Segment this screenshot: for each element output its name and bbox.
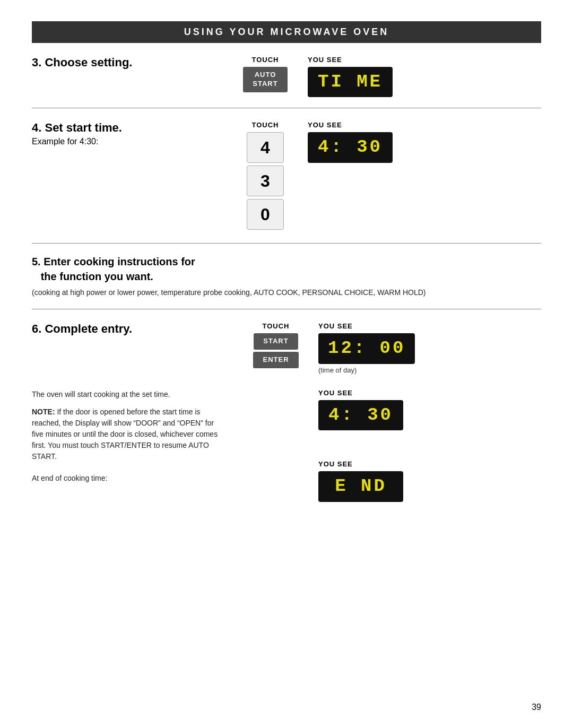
step6-note2: NOTE: If the door is opened before the s…	[32, 406, 223, 462]
step4-subtitle: Example for 4:30:	[32, 137, 212, 146]
step4-yousee-label: YOU SEE	[308, 121, 342, 129]
section-step5: 5. Enter cooking instructions for the fu…	[32, 244, 541, 309]
step6-note2-bold: NOTE:	[32, 408, 55, 416]
step6-yousee-row2: YOU SEE 4: 30	[318, 389, 403, 430]
step6-yousee-row3: YOU SEE E ND	[318, 460, 403, 501]
step3-title: 3. Choose setting.	[32, 56, 212, 70]
step4-right: YOU SEE 4: 30	[308, 121, 541, 162]
step6-notes: The oven will start cooking at the set t…	[32, 389, 223, 484]
page-header: USING YOUR MICROWAVE OVEN	[32, 21, 541, 43]
step6-touch-label: TOUCH	[263, 322, 290, 330]
step3-left: 3. Choose setting.	[32, 56, 223, 72]
step6-left: 6. Complete entry. The oven will start c…	[32, 322, 233, 484]
step6-yousee-label1: YOU SEE	[318, 322, 353, 330]
step3-display: TI ME	[308, 67, 393, 97]
step4-display: 4: 30	[308, 132, 393, 162]
start-button[interactable]: START	[254, 333, 298, 350]
step3-yousee-label: YOU SEE	[308, 56, 342, 64]
step6-middle: TOUCH START ENTER	[233, 322, 318, 370]
num-0-button[interactable]: 0	[247, 199, 284, 230]
auto-start-button[interactable]: AUTOSTART	[243, 67, 287, 92]
step4-touch-label: TOUCH	[252, 121, 279, 129]
step6-note1: The oven will start cooking at the set t…	[32, 389, 223, 400]
step6-display2: 4: 30	[318, 400, 403, 430]
step5-detail: (cooking at high power or lower power, t…	[32, 287, 541, 298]
step6-note3: At end of cooking time:	[32, 473, 223, 484]
num-4-button[interactable]: 4	[247, 132, 284, 163]
step6-yousee-label2: YOU SEE	[318, 389, 353, 397]
step6-yousee-label3: YOU SEE	[318, 460, 353, 468]
step4-middle: TOUCH 4 3 0	[223, 121, 308, 232]
step6-right: YOU SEE 12: 00 (time of day) YOU SEE 4: …	[318, 322, 541, 506]
step3-right: YOU SEE TI ME	[308, 56, 541, 97]
header-title: USING YOUR MICROWAVE OVEN	[184, 27, 389, 37]
page-number: 39	[532, 703, 541, 712]
step6-note2-text: If the door is opened before the start t…	[32, 408, 218, 461]
section-step4: 4. Set start time. Example for 4:30: TOU…	[32, 108, 541, 244]
step5-title: 5. Enter cooking instructions for the fu…	[32, 254, 541, 284]
step5-left: 5. Enter cooking instructions for the fu…	[32, 254, 541, 298]
step4-left: 4. Set start time. Example for 4:30:	[32, 121, 223, 149]
step6-time-of-day: (time of day)	[318, 366, 357, 374]
step6-display1: 12: 00	[318, 333, 415, 363]
section-step3: 3. Choose setting. TOUCH AUTOSTART YOU S…	[32, 43, 541, 108]
step6-yousee-row1: YOU SEE 12: 00 (time of day)	[318, 322, 415, 374]
step3-touch-label: TOUCH	[252, 56, 279, 64]
step4-title: 4. Set start time.	[32, 121, 212, 135]
step3-middle: TOUCH AUTOSTART	[223, 56, 308, 94]
step6-display3: E ND	[318, 471, 403, 501]
enter-button[interactable]: ENTER	[253, 352, 298, 368]
section-step6: 6. Complete entry. The oven will start c…	[32, 309, 541, 516]
step6-title: 6. Complete entry.	[32, 322, 223, 336]
num-3-button[interactable]: 3	[247, 166, 284, 196]
